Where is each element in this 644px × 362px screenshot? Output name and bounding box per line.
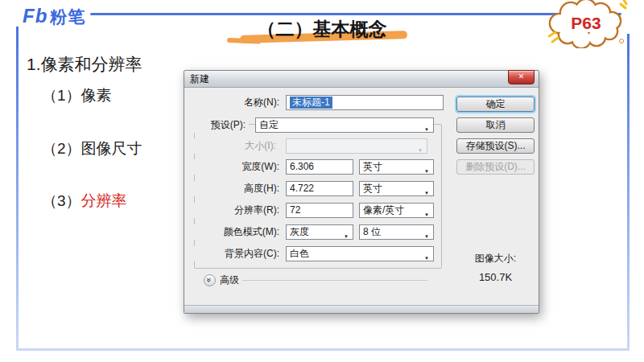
height-input[interactable]: 4.722 — [286, 181, 353, 196]
dialog-titlebar[interactable]: 新建 ✕ — [184, 71, 539, 88]
background-value: 白色 — [290, 248, 309, 259]
save-preset-button[interactable]: 存储预设(S)... — [456, 138, 535, 154]
outline-item-prefix: （3） — [42, 192, 81, 209]
preset-label: 预设(P): — [184, 117, 249, 133]
resolution-unit-select[interactable]: 像素/英寸▼ — [359, 203, 434, 218]
close-icon: ✕ — [518, 72, 525, 80]
resolution-row: 分辨率(R): 72 像素/英寸▼ — [184, 203, 539, 218]
outline-item-text: 像素 — [81, 87, 112, 104]
preset-value: 自定 — [259, 119, 279, 130]
double-chevron-icon: » — [204, 278, 213, 282]
image-size-value: 150.7K — [456, 271, 535, 283]
width-unit-select[interactable]: 英寸▼ — [359, 159, 434, 175]
resolution-value: 72 — [290, 204, 300, 216]
width-unit-value: 英寸 — [363, 161, 382, 172]
frame-border-left — [16, 27, 19, 348]
dialog-bottom-frame — [184, 305, 539, 313]
bubble-dot — [620, 39, 624, 43]
delete-preset-button: 删除预设(D)... — [456, 159, 535, 175]
chevron-down-icon: ▼ — [424, 208, 429, 218]
outline-item-text-red: 分辨率 — [81, 192, 127, 209]
ok-button[interactable]: 确定 — [456, 97, 535, 112]
outline-item-pixel: （1）像素 — [42, 85, 112, 106]
height-unit-value: 英寸 — [363, 183, 382, 194]
outline-item-text: 图像尺寸 — [81, 140, 142, 157]
outline-item-image-size: （2）图像尺寸 — [42, 138, 142, 159]
chevron-down-icon: ▼ — [424, 165, 429, 175]
name-input-selection: 未标题-1 — [290, 97, 332, 109]
chevron-down-icon: ▼ — [424, 123, 429, 133]
background-select[interactable]: 白色▼ — [286, 246, 434, 261]
advanced-label[interactable]: 高级 — [220, 274, 239, 286]
chevron-down-icon: ▼ — [418, 144, 423, 154]
new-document-dialog: 新建 ✕ 名称(N): 未标题-1 预设(P): 自定▼ 大小(I): ▼ 宽度… — [184, 70, 539, 314]
size-label: 大小(I): — [184, 138, 279, 154]
preset-select[interactable]: 自定▼ — [255, 117, 434, 133]
resolution-unit-value: 像素/英寸 — [363, 204, 404, 216]
chevron-down-icon: ▼ — [344, 230, 349, 240]
width-value: 6.306 — [290, 161, 314, 172]
width-input[interactable]: 6.306 — [286, 159, 353, 175]
resolution-label: 分辨率(R): — [184, 203, 283, 218]
frame-border-top — [90, 13, 621, 15]
outline-item-prefix: （2） — [42, 140, 81, 157]
frame-border-right — [627, 34, 630, 348]
slide: Fb粉笔 （二）基本概念 P63 1.像素和分辨率 （1）像素 （2）图像尺寸 … — [0, 0, 644, 362]
height-unit-select[interactable]: 英寸▼ — [359, 181, 434, 196]
close-button[interactable]: ✕ — [508, 70, 535, 84]
resolution-input[interactable]: 72 — [286, 203, 353, 218]
dialog-title: 新建 — [184, 71, 539, 87]
advanced-toggle[interactable]: » — [204, 274, 216, 286]
bit-depth-value: 8 位 — [363, 226, 381, 237]
image-size-label: 图像大小: — [456, 252, 535, 265]
bit-depth-select[interactable]: 8 位▼ — [359, 224, 434, 240]
frame-border-bottom — [16, 348, 630, 351]
outline-item-prefix: （1） — [42, 87, 81, 104]
advanced-separator — [242, 280, 427, 281]
chevron-down-icon: ▼ — [424, 230, 429, 240]
background-label: 背景内容(C): — [184, 246, 283, 261]
chevron-down-icon: ▼ — [424, 252, 429, 261]
name-label: 名称(N): — [184, 95, 283, 110]
height-value: 4.722 — [290, 183, 314, 194]
page-badge: P63 — [571, 14, 601, 32]
height-row: 高度(H): 4.722 英寸▼ — [184, 181, 539, 196]
color-mode-value: 灰度 — [290, 226, 309, 237]
cancel-button[interactable]: 取消 — [456, 117, 535, 133]
page-badge-cloud: P63 — [543, 0, 630, 48]
size-select: ▼ — [286, 138, 427, 154]
outline-item-resolution: （3）分辨率 — [42, 191, 127, 212]
name-input[interactable]: 未标题-1 — [286, 95, 444, 110]
width-label: 宽度(W): — [184, 159, 283, 175]
chevron-down-icon: ▼ — [424, 187, 429, 196]
outline-heading: 1.像素和分辨率 — [27, 53, 142, 76]
color-mode-label: 颜色模式(M): — [184, 224, 283, 240]
height-label: 高度(H): — [184, 181, 283, 196]
color-mode-select[interactable]: 灰度▼ — [286, 224, 353, 240]
color-mode-row: 颜色模式(M): 灰度▼ 8 位▼ — [184, 224, 539, 240]
